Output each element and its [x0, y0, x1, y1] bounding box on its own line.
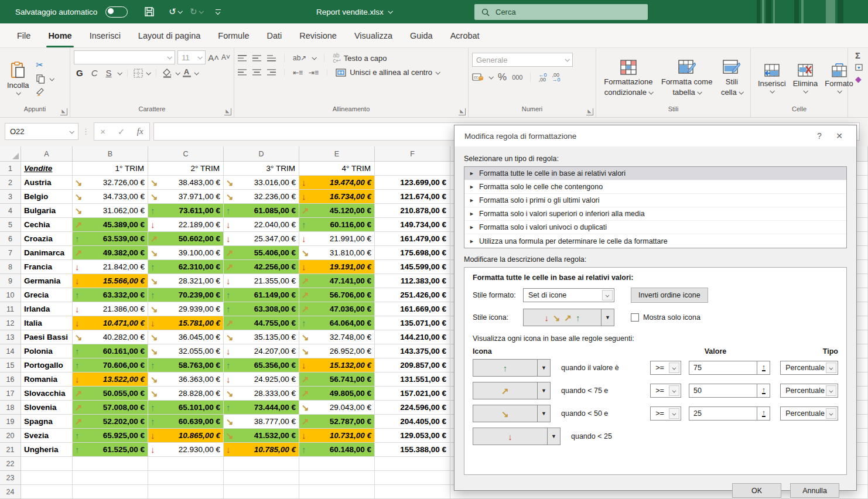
cell-styles-button[interactable]: Stili cella — [717, 58, 746, 98]
cell-country[interactable]: Ungheria — [21, 443, 73, 457]
increase-indent-icon[interactable]: ⇥≡ — [309, 69, 319, 77]
cell-quarter-value[interactable]: ↓21.386,00 € — [73, 302, 148, 316]
undo-button[interactable]: ↺ — [169, 6, 182, 17]
align-right-icon[interactable] — [267, 69, 276, 76]
tab-guida[interactable]: Guida — [401, 23, 442, 47]
cell-quarter-value[interactable]: ↑62.310,00 € — [148, 260, 224, 274]
column-header-A[interactable]: A — [21, 146, 73, 162]
select-all-corner[interactable] — [0, 146, 21, 162]
fill-icon[interactable] — [855, 64, 863, 71]
rule-type-item[interactable]: ►Utilizza una formula per determinare le… — [464, 234, 846, 248]
cell-empty[interactable] — [299, 471, 375, 485]
row-header-15[interactable]: 15 — [0, 358, 21, 372]
dialog-title-bar[interactable]: Modifica regola di formattazione ? ✕ — [454, 125, 856, 146]
cell-country[interactable]: Germania — [21, 274, 73, 288]
cell-quarter-value[interactable]: ↘28.321,00 € — [148, 274, 224, 288]
rule-operator-select[interactable]: >= — [650, 361, 681, 375]
cell-empty[interactable] — [73, 471, 148, 485]
cell-quarter-value[interactable]: ↑60.116,00 € — [299, 218, 375, 232]
row-header-24[interactable]: 24 — [0, 485, 21, 499]
tab-formule[interactable]: Formule — [209, 23, 258, 47]
redo-button[interactable]: ↻ — [190, 6, 203, 17]
align-left-icon[interactable] — [238, 69, 247, 76]
cell-empty[interactable] — [224, 457, 299, 471]
cell-quarter-header-2[interactable]: 2° TRIM — [148, 162, 224, 176]
column-header-F[interactable]: F — [375, 146, 450, 162]
cell-quarter-value[interactable]: ↘28.828,00 € — [148, 387, 224, 401]
italic-button[interactable]: C — [89, 68, 100, 78]
name-box[interactable]: O22 — [5, 123, 78, 140]
align-bottom-icon[interactable] — [267, 55, 276, 61]
row-header-17[interactable]: 17 — [0, 387, 21, 401]
cell-quarter-value[interactable]: ↓24.925,00 € — [224, 372, 299, 387]
cell-quarter-value[interactable]: ↗50.602,00 € — [148, 232, 224, 246]
cell-quarter-value[interactable]: ↓15.781,00 € — [148, 316, 224, 330]
cell-quarter-value[interactable]: ↗57.008,00 € — [73, 401, 148, 415]
column-header-D[interactable]: D — [224, 146, 299, 162]
cell-country[interactable]: Polonia — [21, 344, 73, 358]
cell-quarter-value[interactable]: ↘40.282,00 € — [73, 330, 148, 344]
row-header-19[interactable]: 19 — [0, 415, 21, 429]
cell-total[interactable]: 161.669,00 € — [375, 302, 450, 316]
rule-type-item[interactable]: ►Formatta tutte le celle in base ai rela… — [464, 167, 846, 180]
clipboard-dialog-launcher[interactable]: ◥ — [60, 108, 67, 115]
row-header-22[interactable]: 22 — [0, 457, 21, 471]
align-center-icon[interactable] — [252, 69, 261, 76]
cell-total[interactable]: 155.388,00 € — [375, 443, 450, 457]
cell-quarter-value[interactable]: ↓16.734,00 € — [299, 190, 375, 204]
format-style-select[interactable]: Set di icone — [523, 288, 614, 302]
cell-quarter-value[interactable]: ↗49.382,00 € — [73, 246, 148, 260]
cell-quarter-value[interactable]: ↘38.483,00 € — [148, 176, 224, 190]
bold-button[interactable]: G — [74, 68, 86, 78]
font-size-select[interactable]: 11 — [177, 50, 206, 64]
rule-icon-select[interactable]: ↗▼ — [473, 382, 551, 399]
rule-icon-select[interactable]: ↓▼ — [473, 428, 561, 445]
row-header-8[interactable]: 8 — [0, 260, 21, 274]
merge-center-button[interactable]: Unisci e allinea al centro — [336, 68, 439, 77]
fill-color-chevron-icon[interactable] — [175, 70, 180, 75]
cell-quarter-value[interactable]: ↑58.763,00 € — [148, 358, 224, 372]
cell-quarter-value[interactable]: ↓15.132,00 € — [299, 358, 375, 372]
copy-icon[interactable] — [36, 74, 53, 84]
document-title[interactable]: Report vendite.xlsx — [316, 0, 392, 23]
cell-quarter-value[interactable]: ↑61.149,00 € — [224, 288, 299, 302]
cell-empty[interactable] — [148, 457, 224, 471]
cell-quarter-value[interactable]: ↗47.141,00 € — [299, 274, 375, 288]
cell-quarter-value[interactable]: ↑60.639,00 € — [148, 415, 224, 429]
cell-quarter-value[interactable]: ↗52.787,00 € — [299, 415, 375, 429]
decrease-font-icon[interactable]: A˅ — [221, 53, 230, 61]
orientation-chevron-icon[interactable] — [312, 55, 317, 60]
borders-icon[interactable] — [134, 69, 143, 78]
cell-country[interactable]: Danimarca — [21, 246, 73, 260]
row-header-6[interactable]: 6 — [0, 232, 21, 246]
cell-total[interactable]: 161.479,00 € — [375, 232, 450, 246]
cell-quarter-value[interactable]: ↓19.474,00 € — [299, 176, 375, 190]
rule-value-input[interactable]: 75↑ — [689, 361, 770, 375]
paste-button[interactable]: Incolla — [4, 60, 33, 96]
cell-quarter-value[interactable]: ↓24.207,00 € — [224, 344, 299, 358]
cell-total[interactable]: 135.071,00 € — [375, 316, 450, 330]
format-painter-icon[interactable] — [36, 88, 46, 97]
insert-cells-button[interactable]: Inserisci — [754, 62, 790, 94]
wrap-text-button[interactable]: abc↩ Testo a capo — [333, 53, 387, 63]
cell-quarter-value[interactable]: ↓22.930,00 € — [148, 443, 224, 457]
insert-function-icon[interactable]: fx — [137, 127, 143, 136]
rule-type-select[interactable]: Percentuale — [780, 361, 838, 375]
cell-empty[interactable] — [21, 485, 73, 499]
row-header-16[interactable]: 16 — [0, 372, 21, 387]
cell-total[interactable]: 209.857,00 € — [375, 358, 450, 372]
cell-quarter-value[interactable]: ↘32.726,00 € — [73, 176, 148, 190]
font-color-icon[interactable]: A — [183, 69, 191, 77]
cell-total[interactable]: 121.674,00 € — [375, 190, 450, 204]
rule-operator-select[interactable]: >= — [650, 384, 681, 398]
rule-value-spinner[interactable]: ↑ — [757, 407, 770, 420]
rule-icon-select[interactable]: ↘▼ — [473, 405, 551, 422]
cell-country[interactable]: Grecia — [21, 288, 73, 302]
rule-value-spinner[interactable]: ↑ — [757, 361, 770, 374]
increase-decimal-icon[interactable]: ←0,00 — [538, 73, 546, 82]
font-dialog-launcher[interactable]: ◥ — [224, 108, 231, 115]
tab-home[interactable]: Home — [39, 23, 80, 47]
cell-country[interactable]: Paesi Bassi — [21, 330, 73, 344]
cell-quarter-value[interactable]: ↘35.135,00 € — [224, 330, 299, 344]
cell-quarter-value[interactable]: ↓19.191,00 € — [299, 260, 375, 274]
